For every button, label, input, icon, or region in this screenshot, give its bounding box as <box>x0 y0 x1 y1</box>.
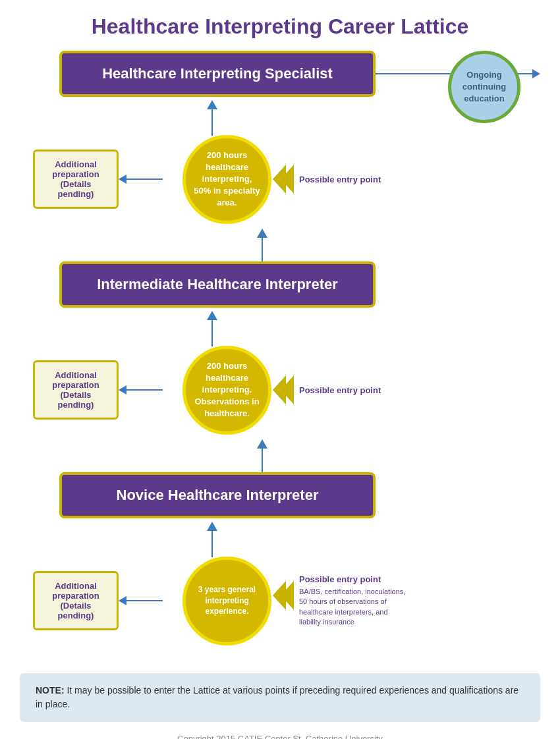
vert-arrow-intermediate-circle <box>257 439 267 472</box>
novice-entry-section: Possible entry point BA/BS, certificatio… <box>278 574 411 628</box>
vline-intermediate-circle <box>262 449 263 475</box>
intermediate-chevrons <box>278 375 294 404</box>
vert-arrow-specialist <box>207 100 217 133</box>
novice-entry-label: Possible entry point <box>299 574 411 584</box>
specialist-entry-label: Possible entry point <box>299 175 381 184</box>
intermediate-h-arrow <box>119 385 163 395</box>
novice-middle-row: Additional preparation (Details pending)… <box>20 555 540 647</box>
intermediate-entry-section: Possible entry point <box>278 375 381 404</box>
vline-intermediate <box>211 320 213 346</box>
intermediate-chevron-2 <box>281 375 294 404</box>
intermediate-arrowhead-left <box>119 385 126 395</box>
specialist-box: Healthcare Interpreting Specialist <box>59 51 376 97</box>
specialist-prep-box: Additional preparation (Details pending) <box>33 150 119 209</box>
arrowhead-novice <box>207 522 217 531</box>
copyright: Copyright 2015 CATIE Center St. Catherin… <box>0 728 560 739</box>
vert-arrow-specialist-circle <box>257 229 267 261</box>
note-bold: NOTE: <box>36 685 65 696</box>
novice-circle: 3 years general interpreting experience. <box>182 557 271 645</box>
novice-prep-box: Additional preparation (Details pending) <box>33 571 119 630</box>
specialist-to-ongoing-arrowhead <box>532 69 540 78</box>
specialist-level-area: Healthcare Interpreting Specialist Ongoi… <box>20 51 540 97</box>
note-text: It may be possible to enter the Lattice … <box>36 685 518 709</box>
page-title: Healthcare Interpreting Career Lattice <box>0 0 560 51</box>
novice-h-line <box>126 600 163 601</box>
specialist-middle-row: Additional preparation (Details pending)… <box>20 133 540 225</box>
specialist-chevron-2 <box>281 165 294 194</box>
arrowhead-specialist <box>207 100 217 109</box>
vline-novice <box>211 531 213 557</box>
novice-arrowhead-left <box>119 596 126 605</box>
novice-chevron-2 <box>281 581 294 610</box>
specialist-arrowhead-left <box>119 175 126 184</box>
specialist-circle: 200 hours healthcare interpreting, 50% i… <box>182 135 271 224</box>
vert-arrow-novice <box>207 522 217 555</box>
intermediate-middle-row: Additional preparation (Details pending)… <box>20 344 540 436</box>
novice-entry-sub: BA/BS, certification, inoculations, 50 h… <box>299 587 411 628</box>
up-arrow-to-novice <box>20 518 540 555</box>
novice-chevrons <box>278 581 294 610</box>
up-arrow-to-specialist-circle <box>20 225 540 261</box>
intermediate-level-row: Intermediate Healthcare Interpreter <box>20 261 540 308</box>
specialist-h-arrow <box>119 175 163 184</box>
arrowhead-specialist-circle <box>257 229 267 238</box>
novice-entry-text: Possible entry point BA/BS, certificatio… <box>299 574 411 628</box>
intermediate-box: Intermediate Healthcare Interpreter <box>59 261 376 308</box>
arrowhead-intermediate-circle <box>257 439 267 449</box>
vline-specialist-circle <box>262 238 263 264</box>
note-box: NOTE: It may be possible to enter the La… <box>20 673 540 722</box>
novice-level-row: Novice Healthcare Interpreter <box>20 472 540 518</box>
specialist-chevrons <box>278 165 294 194</box>
arrowhead-intermediate <box>207 311 217 320</box>
intermediate-circle: 200 hours healthcare interpreting. Obser… <box>182 346 271 435</box>
ongoing-circle: Ongoing continuing education <box>448 51 520 123</box>
vert-arrow-intermediate <box>207 311 217 344</box>
up-arrow-to-intermediate-circle <box>20 436 540 472</box>
novice-box: Novice Healthcare Interpreter <box>59 472 376 518</box>
specialist-entry-text: Possible entry point <box>299 175 381 184</box>
novice-h-arrow <box>119 596 163 605</box>
specialist-h-line <box>126 178 163 180</box>
intermediate-prep-box: Additional preparation (Details pending) <box>33 360 119 420</box>
specialist-entry-section: Possible entry point <box>278 165 381 194</box>
intermediate-entry-label: Possible entry point <box>299 385 381 395</box>
intermediate-h-line <box>126 389 163 391</box>
intermediate-entry-text: Possible entry point <box>299 385 381 395</box>
vline-specialist <box>211 109 213 136</box>
up-arrow-to-intermediate <box>20 308 540 344</box>
